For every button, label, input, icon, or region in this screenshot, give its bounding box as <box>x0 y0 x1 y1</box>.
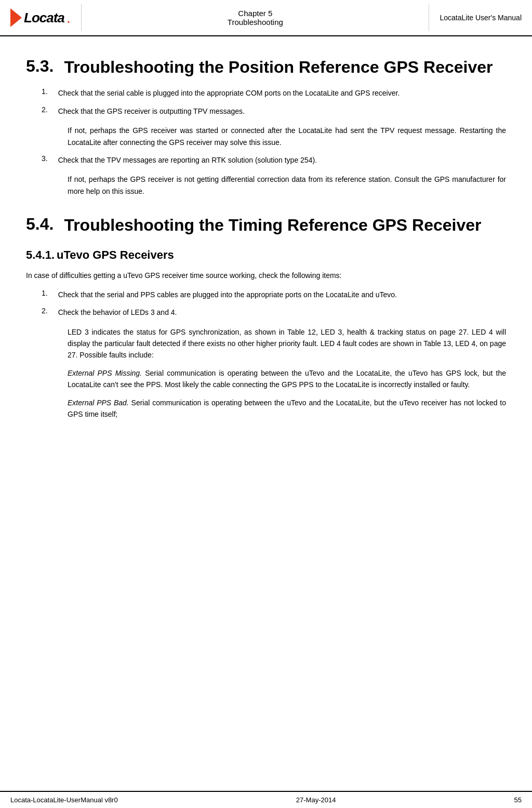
header-manual: LocataLite User's Manual <box>429 4 522 31</box>
list-content-541-2: Check the behavior of LEDs 3 and 4. <box>58 307 506 318</box>
logo-text: Locata <box>24 10 64 26</box>
section-53-para2: If not, perhaps the GPS receiver is not … <box>68 174 506 197</box>
ext-pps-bad-text: Serial communication is operating betwee… <box>68 399 506 418</box>
list-item: 2. Check the behavior of LEDs 3 and 4. <box>26 307 506 318</box>
page: Locata. Chapter 5 Troubleshooting Locata… <box>0 0 532 808</box>
list-content-2: Check that the GPS receiver is outputtin… <box>58 105 506 117</box>
logo: Locata. <box>10 8 71 27</box>
logo-dot: . <box>66 9 71 27</box>
section-53-heading: 5.3. Troubleshooting the Position Refere… <box>26 57 506 77</box>
header-center: Chapter 5 Troubleshooting <box>82 4 429 31</box>
section-541-number: 5.4.1. <box>26 248 55 261</box>
footer-right: 55 <box>514 796 522 804</box>
list-item: 1. Check that the serial and PPS cables … <box>26 289 506 300</box>
section-53-list: 1. Check that the serial cable is plugge… <box>26 87 506 117</box>
section-541-list: 1. Check that the serial and PPS cables … <box>26 289 506 319</box>
ext-pps-bad-label: External PPS Bad. <box>68 399 129 407</box>
list-item: 3. Check that the TPV messages are repor… <box>26 154 506 166</box>
main-content: 5.3. Troubleshooting the Position Refere… <box>0 36 532 791</box>
section-541-intro: In case of difficulties getting a uTevo … <box>26 270 506 281</box>
list-num-541-2: 2. <box>26 307 48 315</box>
section-54-heading: 5.4. Troubleshooting the Timing Referenc… <box>26 215 506 235</box>
chapter-label: Chapter 5 <box>238 9 272 18</box>
section-53-number: 5.3. <box>26 57 54 75</box>
list-num-3: 3. <box>26 154 48 163</box>
logo-container: Locata. <box>10 4 82 31</box>
list-num-1: 1. <box>26 87 48 96</box>
list-content-541-1: Check that the serial and PPS cables are… <box>58 289 506 300</box>
section-54-title: Troubleshooting the Timing Reference GPS… <box>64 215 481 235</box>
chapter-title: Troubleshooting <box>228 18 283 27</box>
ext-pps-missing-label: External PPS Missing. <box>68 369 142 377</box>
section-541-title: uTevo GPS Receivers <box>57 248 174 261</box>
list-content-1: Check that the serial cable is plugged i… <box>58 87 506 99</box>
manual-label: LocataLite User's Manual <box>440 14 522 22</box>
section-541-ext-pps-bad: External PPS Bad. Serial communication i… <box>68 397 506 420</box>
section-541-led-para: LED 3 indicates the status for GPS synch… <box>68 326 506 361</box>
page-header: Locata. Chapter 5 Troubleshooting Locata… <box>0 0 532 36</box>
section-53-title: Troubleshooting the Position Reference G… <box>64 57 493 77</box>
page-footer: Locata-LocataLite-UserManual v8r0 27-May… <box>0 791 532 808</box>
list-num-541-1: 1. <box>26 289 48 297</box>
list-item: 2. Check that the GPS receiver is output… <box>26 105 506 117</box>
list-item: 1. Check that the serial cable is plugge… <box>26 87 506 99</box>
list-num-2: 2. <box>26 105 48 114</box>
section-53-para1: If not, perhaps the GPS receiver was sta… <box>68 125 506 148</box>
list-content-3: Check that the TPV messages are reportin… <box>58 154 506 166</box>
section-54-number: 5.4. <box>26 215 54 233</box>
footer-left: Locata-LocataLite-UserManual v8r0 <box>10 796 118 804</box>
logo-arrow-icon <box>10 8 22 27</box>
footer-center: 27-May-2014 <box>296 796 336 804</box>
section-53-list-2: 3. Check that the TPV messages are repor… <box>26 154 506 166</box>
section-541-ext-pps-missing: External PPS Missing. Serial communicati… <box>68 367 506 391</box>
section-541-heading: 5.4.1. uTevo GPS Receivers <box>26 248 506 262</box>
